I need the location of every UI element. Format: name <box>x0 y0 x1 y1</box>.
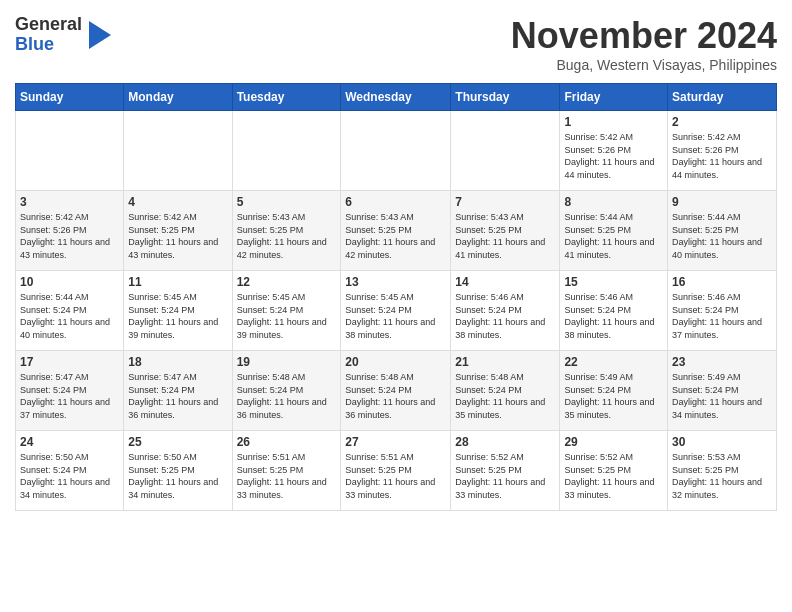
day-info: Sunrise: 5:44 AM Sunset: 5:25 PM Dayligh… <box>564 211 663 261</box>
calendar-cell <box>451 111 560 191</box>
day-number: 25 <box>128 435 227 449</box>
day-number: 19 <box>237 355 337 369</box>
calendar-cell: 6Sunrise: 5:43 AM Sunset: 5:25 PM Daylig… <box>341 191 451 271</box>
day-info: Sunrise: 5:46 AM Sunset: 5:24 PM Dayligh… <box>455 291 555 341</box>
day-number: 26 <box>237 435 337 449</box>
calendar-cell: 13Sunrise: 5:45 AM Sunset: 5:24 PM Dayli… <box>341 271 451 351</box>
calendar-cell: 21Sunrise: 5:48 AM Sunset: 5:24 PM Dayli… <box>451 351 560 431</box>
calendar-cell: 27Sunrise: 5:51 AM Sunset: 5:25 PM Dayli… <box>341 431 451 511</box>
calendar-cell: 15Sunrise: 5:46 AM Sunset: 5:24 PM Dayli… <box>560 271 668 351</box>
title-area: November 2024 Buga, Western Visayas, Phi… <box>511 15 777 73</box>
day-info: Sunrise: 5:43 AM Sunset: 5:25 PM Dayligh… <box>345 211 446 261</box>
month-title: November 2024 <box>511 15 777 57</box>
day-number: 2 <box>672 115 772 129</box>
day-info: Sunrise: 5:53 AM Sunset: 5:25 PM Dayligh… <box>672 451 772 501</box>
day-info: Sunrise: 5:42 AM Sunset: 5:26 PM Dayligh… <box>20 211 119 261</box>
day-number: 9 <box>672 195 772 209</box>
calendar-cell: 28Sunrise: 5:52 AM Sunset: 5:25 PM Dayli… <box>451 431 560 511</box>
calendar-cell: 22Sunrise: 5:49 AM Sunset: 5:24 PM Dayli… <box>560 351 668 431</box>
day-number: 30 <box>672 435 772 449</box>
day-info: Sunrise: 5:46 AM Sunset: 5:24 PM Dayligh… <box>672 291 772 341</box>
calendar-header-friday: Friday <box>560 84 668 111</box>
calendar-cell: 16Sunrise: 5:46 AM Sunset: 5:24 PM Dayli… <box>668 271 777 351</box>
day-number: 11 <box>128 275 227 289</box>
day-info: Sunrise: 5:43 AM Sunset: 5:25 PM Dayligh… <box>455 211 555 261</box>
calendar-header-thursday: Thursday <box>451 84 560 111</box>
calendar-cell: 1Sunrise: 5:42 AM Sunset: 5:26 PM Daylig… <box>560 111 668 191</box>
calendar-week-row: 24Sunrise: 5:50 AM Sunset: 5:24 PM Dayli… <box>16 431 777 511</box>
day-number: 5 <box>237 195 337 209</box>
calendar-header-row: SundayMondayTuesdayWednesdayThursdayFrid… <box>16 84 777 111</box>
day-info: Sunrise: 5:47 AM Sunset: 5:24 PM Dayligh… <box>20 371 119 421</box>
day-number: 14 <box>455 275 555 289</box>
day-number: 3 <box>20 195 119 209</box>
calendar-cell: 18Sunrise: 5:47 AM Sunset: 5:24 PM Dayli… <box>124 351 232 431</box>
calendar-week-row: 17Sunrise: 5:47 AM Sunset: 5:24 PM Dayli… <box>16 351 777 431</box>
logo-arrow-icon <box>89 21 111 49</box>
day-number: 7 <box>455 195 555 209</box>
day-number: 29 <box>564 435 663 449</box>
day-info: Sunrise: 5:49 AM Sunset: 5:24 PM Dayligh… <box>672 371 772 421</box>
calendar-header-monday: Monday <box>124 84 232 111</box>
calendar-cell <box>124 111 232 191</box>
day-info: Sunrise: 5:43 AM Sunset: 5:25 PM Dayligh… <box>237 211 337 261</box>
calendar-cell: 12Sunrise: 5:45 AM Sunset: 5:24 PM Dayli… <box>232 271 341 351</box>
day-number: 17 <box>20 355 119 369</box>
svg-marker-0 <box>89 21 111 49</box>
calendar-cell: 23Sunrise: 5:49 AM Sunset: 5:24 PM Dayli… <box>668 351 777 431</box>
day-number: 22 <box>564 355 663 369</box>
calendar-table: SundayMondayTuesdayWednesdayThursdayFrid… <box>15 83 777 511</box>
calendar-cell: 25Sunrise: 5:50 AM Sunset: 5:25 PM Dayli… <box>124 431 232 511</box>
calendar-header-tuesday: Tuesday <box>232 84 341 111</box>
calendar-cell: 10Sunrise: 5:44 AM Sunset: 5:24 PM Dayli… <box>16 271 124 351</box>
calendar-header-wednesday: Wednesday <box>341 84 451 111</box>
day-number: 28 <box>455 435 555 449</box>
day-info: Sunrise: 5:50 AM Sunset: 5:25 PM Dayligh… <box>128 451 227 501</box>
logo: General Blue <box>15 15 111 55</box>
day-number: 10 <box>20 275 119 289</box>
day-info: Sunrise: 5:45 AM Sunset: 5:24 PM Dayligh… <box>128 291 227 341</box>
day-info: Sunrise: 5:45 AM Sunset: 5:24 PM Dayligh… <box>237 291 337 341</box>
calendar-cell: 9Sunrise: 5:44 AM Sunset: 5:25 PM Daylig… <box>668 191 777 271</box>
day-info: Sunrise: 5:44 AM Sunset: 5:25 PM Dayligh… <box>672 211 772 261</box>
calendar-cell <box>341 111 451 191</box>
calendar-cell: 19Sunrise: 5:48 AM Sunset: 5:24 PM Dayli… <box>232 351 341 431</box>
calendar-cell: 11Sunrise: 5:45 AM Sunset: 5:24 PM Dayli… <box>124 271 232 351</box>
day-info: Sunrise: 5:52 AM Sunset: 5:25 PM Dayligh… <box>564 451 663 501</box>
calendar-week-row: 10Sunrise: 5:44 AM Sunset: 5:24 PM Dayli… <box>16 271 777 351</box>
day-number: 18 <box>128 355 227 369</box>
calendar-header-saturday: Saturday <box>668 84 777 111</box>
logo-general: General <box>15 14 82 34</box>
location: Buga, Western Visayas, Philippines <box>511 57 777 73</box>
calendar-cell <box>232 111 341 191</box>
day-info: Sunrise: 5:52 AM Sunset: 5:25 PM Dayligh… <box>455 451 555 501</box>
day-info: Sunrise: 5:51 AM Sunset: 5:25 PM Dayligh… <box>345 451 446 501</box>
day-info: Sunrise: 5:49 AM Sunset: 5:24 PM Dayligh… <box>564 371 663 421</box>
day-number: 16 <box>672 275 772 289</box>
day-info: Sunrise: 5:45 AM Sunset: 5:24 PM Dayligh… <box>345 291 446 341</box>
day-number: 8 <box>564 195 663 209</box>
calendar-cell: 3Sunrise: 5:42 AM Sunset: 5:26 PM Daylig… <box>16 191 124 271</box>
calendar-week-row: 1Sunrise: 5:42 AM Sunset: 5:26 PM Daylig… <box>16 111 777 191</box>
day-number: 4 <box>128 195 227 209</box>
day-number: 12 <box>237 275 337 289</box>
day-number: 27 <box>345 435 446 449</box>
day-number: 21 <box>455 355 555 369</box>
calendar-cell: 30Sunrise: 5:53 AM Sunset: 5:25 PM Dayli… <box>668 431 777 511</box>
day-info: Sunrise: 5:50 AM Sunset: 5:24 PM Dayligh… <box>20 451 119 501</box>
day-number: 24 <box>20 435 119 449</box>
calendar-cell: 24Sunrise: 5:50 AM Sunset: 5:24 PM Dayli… <box>16 431 124 511</box>
calendar-cell: 4Sunrise: 5:42 AM Sunset: 5:25 PM Daylig… <box>124 191 232 271</box>
day-info: Sunrise: 5:51 AM Sunset: 5:25 PM Dayligh… <box>237 451 337 501</box>
calendar-cell <box>16 111 124 191</box>
page-header: General Blue November 2024 Buga, Western… <box>15 15 777 73</box>
day-info: Sunrise: 5:48 AM Sunset: 5:24 PM Dayligh… <box>237 371 337 421</box>
day-info: Sunrise: 5:48 AM Sunset: 5:24 PM Dayligh… <box>345 371 446 421</box>
day-info: Sunrise: 5:42 AM Sunset: 5:25 PM Dayligh… <box>128 211 227 261</box>
calendar-cell: 17Sunrise: 5:47 AM Sunset: 5:24 PM Dayli… <box>16 351 124 431</box>
calendar-cell: 8Sunrise: 5:44 AM Sunset: 5:25 PM Daylig… <box>560 191 668 271</box>
calendar-cell: 14Sunrise: 5:46 AM Sunset: 5:24 PM Dayli… <box>451 271 560 351</box>
day-number: 13 <box>345 275 446 289</box>
day-info: Sunrise: 5:42 AM Sunset: 5:26 PM Dayligh… <box>672 131 772 181</box>
calendar-cell: 20Sunrise: 5:48 AM Sunset: 5:24 PM Dayli… <box>341 351 451 431</box>
